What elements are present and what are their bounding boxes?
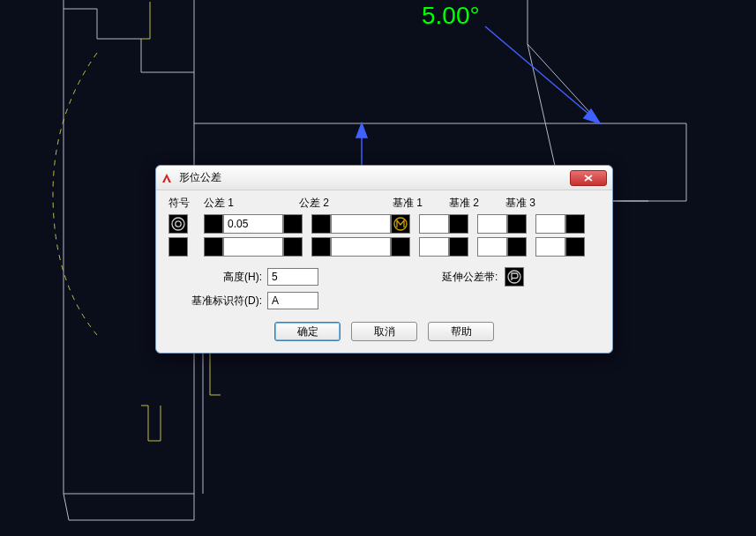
tolerance-row [168,214,600,234]
datum3-mc-swatch[interactable] [565,214,585,234]
svg-point-0 [172,218,184,230]
symbol-swatch[interactable] [168,214,188,234]
svg-point-3 [508,271,520,283]
datum3-input[interactable] [535,214,565,234]
datum2-mc-swatch[interactable] [507,237,527,257]
datum-id-input[interactable] [267,292,318,309]
tol2-value-input[interactable] [331,214,391,234]
tol2-mc-swatch[interactable] [391,214,410,234]
tolerance-row [168,237,600,257]
tol1-dia-swatch[interactable] [204,214,223,234]
dialog-titlebar[interactable]: 形位公差 [156,166,612,190]
datum-id-label: 基准标识符(D): [168,294,267,309]
height-input[interactable] [267,268,318,286]
header-tol2: 公差 2 [299,196,393,211]
datum1-input[interactable] [419,214,449,234]
datum1-input[interactable] [419,237,449,257]
tol1-mc-swatch[interactable] [283,214,303,234]
datum2-input[interactable] [477,214,507,234]
datum1-mc-swatch[interactable] [449,237,468,257]
dialog-title: 形位公差 [179,170,221,185]
tol1-value-input[interactable] [223,237,283,257]
header-tol1: 公差 1 [204,196,299,211]
mmc-icon [393,216,408,232]
geometric-tolerance-dialog: 形位公差 符号 公差 1 公差 2 基准 1 基准 2 基准 3 [155,165,613,354]
tol2-mc-swatch[interactable] [391,237,410,257]
dimension-text: 5.00° [422,2,480,30]
tol2-dia-swatch[interactable] [311,214,331,234]
tol1-mc-swatch[interactable] [283,237,303,257]
symbol-swatch[interactable] [168,237,188,257]
header-datum3: 基准 3 [505,196,562,211]
datum3-mc-swatch[interactable] [565,237,585,257]
datum2-input[interactable] [477,237,507,257]
tol2-value-input[interactable] [331,237,391,257]
projected-zone-swatch[interactable] [505,267,524,287]
projected-zone-label: 延伸公差带: [442,270,498,285]
projected-zone-icon [506,269,522,285]
tol1-dia-swatch[interactable] [204,237,223,257]
header-datum1: 基准 1 [393,196,449,211]
concentricity-icon [170,216,186,232]
help-button[interactable]: 帮助 [428,322,494,341]
datum3-input[interactable] [535,237,565,257]
svg-point-1 [176,221,181,227]
tol1-value-input[interactable] [223,214,283,234]
header-symbol: 符号 [168,196,204,211]
ok-button[interactable]: 确定 [274,322,341,341]
tol2-dia-swatch[interactable] [311,237,331,257]
header-datum2: 基准 2 [449,196,505,211]
close-button[interactable] [570,170,607,186]
cancel-button[interactable]: 取消 [351,322,417,341]
datum1-mc-swatch[interactable] [449,214,468,234]
height-label: 高度(H): [168,270,267,285]
autocad-icon [160,171,174,185]
datum2-mc-swatch[interactable] [507,214,527,234]
